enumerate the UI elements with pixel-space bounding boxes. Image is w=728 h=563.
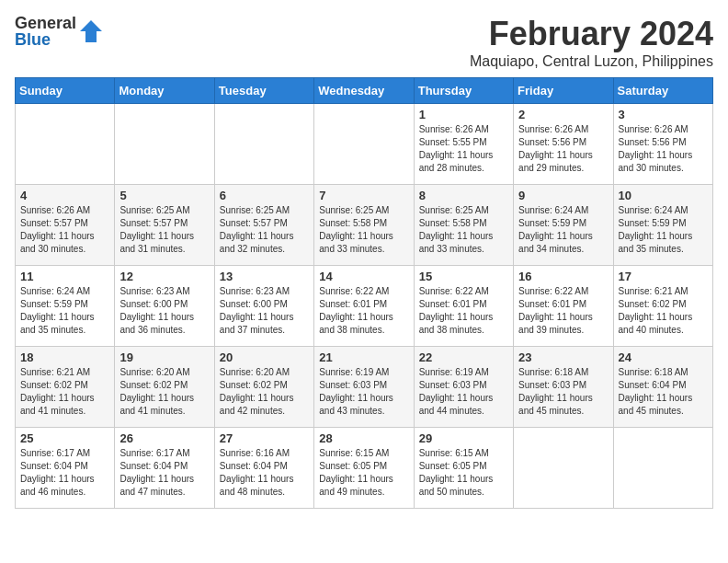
day-info: Sunrise: 6:24 AM Sunset: 5:59 PM Dayligh… [619, 204, 708, 256]
calendar-cell: 10Sunrise: 6:24 AM Sunset: 5:59 PM Dayli… [613, 185, 712, 266]
day-info: Sunrise: 6:18 AM Sunset: 6:03 PM Dayligh… [518, 366, 608, 418]
calendar-cell: 27Sunrise: 6:16 AM Sunset: 6:04 PM Dayli… [214, 428, 313, 509]
day-info: Sunrise: 6:17 AM Sunset: 6:04 PM Dayligh… [119, 447, 209, 499]
calendar-cell: 25Sunrise: 6:17 AM Sunset: 6:04 PM Dayli… [16, 428, 115, 509]
day-info: Sunrise: 6:25 AM Sunset: 5:57 PM Dayligh… [220, 204, 309, 256]
day-info: Sunrise: 6:24 AM Sunset: 5:59 PM Dayligh… [518, 204, 608, 256]
day-info: Sunrise: 6:20 AM Sunset: 6:02 PM Dayligh… [119, 366, 209, 418]
logo-blue: Blue [15, 31, 76, 48]
day-number: 6 [220, 189, 309, 202]
day-number: 7 [319, 189, 408, 202]
calendar-cell: 6Sunrise: 6:25 AM Sunset: 5:57 PM Daylig… [214, 185, 313, 266]
day-number: 8 [419, 189, 508, 202]
month-title: February 2024 [470, 15, 713, 53]
day-number: 15 [419, 270, 508, 283]
page-header: General Blue February 2024 Maquiapo, Cen… [15, 15, 713, 70]
day-info: Sunrise: 6:21 AM Sunset: 6:02 PM Dayligh… [619, 285, 708, 337]
calendar-week-2: 11Sunrise: 6:24 AM Sunset: 5:59 PM Dayli… [16, 266, 713, 347]
col-header-wednesday: Wednesday [314, 78, 414, 104]
calendar-cell: 22Sunrise: 6:19 AM Sunset: 6:03 PM Dayli… [414, 347, 513, 428]
day-number: 12 [119, 270, 209, 283]
calendar-cell [314, 104, 414, 185]
day-number: 23 [518, 350, 608, 364]
calendar-cell: 21Sunrise: 6:19 AM Sunset: 6:03 PM Dayli… [314, 347, 414, 428]
col-header-monday: Monday [115, 78, 214, 104]
calendar-cell: 16Sunrise: 6:22 AM Sunset: 6:01 PM Dayli… [514, 266, 613, 347]
col-header-sunday: Sunday [16, 78, 115, 104]
col-header-saturday: Saturday [613, 78, 712, 104]
day-number: 1 [419, 108, 508, 121]
calendar-week-0: 1Sunrise: 6:26 AM Sunset: 5:55 PM Daylig… [16, 104, 713, 185]
calendar-cell: 11Sunrise: 6:24 AM Sunset: 5:59 PM Dayli… [16, 266, 115, 347]
svg-marker-0 [80, 20, 102, 42]
calendar-header-row: SundayMondayTuesdayWednesdayThursdayFrid… [16, 78, 713, 104]
calendar-cell: 19Sunrise: 6:20 AM Sunset: 6:02 PM Dayli… [115, 347, 214, 428]
day-number: 2 [518, 108, 608, 121]
day-number: 26 [119, 431, 209, 445]
day-number: 9 [518, 189, 608, 202]
day-number: 28 [319, 431, 408, 445]
col-header-thursday: Thursday [414, 78, 513, 104]
day-number: 3 [619, 108, 708, 121]
day-number: 5 [119, 189, 209, 202]
day-info: Sunrise: 6:19 AM Sunset: 6:03 PM Dayligh… [319, 366, 408, 418]
calendar-week-3: 18Sunrise: 6:21 AM Sunset: 6:02 PM Dayli… [16, 347, 713, 428]
day-info: Sunrise: 6:15 AM Sunset: 6:05 PM Dayligh… [419, 447, 508, 499]
calendar-cell: 4Sunrise: 6:26 AM Sunset: 5:57 PM Daylig… [16, 185, 115, 266]
day-number: 17 [619, 270, 708, 283]
calendar-cell: 13Sunrise: 6:23 AM Sunset: 6:00 PM Dayli… [214, 266, 313, 347]
day-info: Sunrise: 6:23 AM Sunset: 6:00 PM Dayligh… [119, 285, 209, 337]
day-info: Sunrise: 6:21 AM Sunset: 6:02 PM Dayligh… [20, 366, 109, 418]
day-number: 10 [619, 189, 708, 202]
day-number: 20 [220, 350, 309, 364]
day-number: 25 [20, 431, 109, 445]
day-info: Sunrise: 6:25 AM Sunset: 5:58 PM Dayligh… [319, 204, 408, 256]
logo: General Blue [15, 15, 104, 48]
calendar-cell: 26Sunrise: 6:17 AM Sunset: 6:04 PM Dayli… [115, 428, 214, 509]
calendar-cell: 29Sunrise: 6:15 AM Sunset: 6:05 PM Dayli… [414, 428, 513, 509]
col-header-friday: Friday [514, 78, 613, 104]
calendar-cell: 24Sunrise: 6:18 AM Sunset: 6:04 PM Dayli… [613, 347, 712, 428]
calendar-cell: 8Sunrise: 6:25 AM Sunset: 5:58 PM Daylig… [414, 185, 513, 266]
calendar-cell: 28Sunrise: 6:15 AM Sunset: 6:05 PM Dayli… [314, 428, 414, 509]
day-number: 19 [119, 350, 209, 364]
calendar-week-1: 4Sunrise: 6:26 AM Sunset: 5:57 PM Daylig… [16, 185, 713, 266]
calendar-cell: 18Sunrise: 6:21 AM Sunset: 6:02 PM Dayli… [16, 347, 115, 428]
calendar-cell: 12Sunrise: 6:23 AM Sunset: 6:00 PM Dayli… [115, 266, 214, 347]
day-number: 14 [319, 270, 408, 283]
day-info: Sunrise: 6:26 AM Sunset: 5:57 PM Dayligh… [20, 204, 109, 256]
day-info: Sunrise: 6:17 AM Sunset: 6:04 PM Dayligh… [20, 447, 109, 499]
calendar-cell: 1Sunrise: 6:26 AM Sunset: 5:55 PM Daylig… [414, 104, 513, 185]
title-section: February 2024 Maquiapo, Central Luzon, P… [470, 15, 713, 70]
day-info: Sunrise: 6:26 AM Sunset: 5:55 PM Dayligh… [419, 123, 508, 175]
day-info: Sunrise: 6:25 AM Sunset: 5:57 PM Dayligh… [119, 204, 209, 256]
location-title: Maquiapo, Central Luzon, Philippines [470, 53, 713, 70]
day-number: 29 [419, 431, 508, 445]
day-number: 4 [20, 189, 109, 202]
day-number: 21 [319, 350, 408, 364]
calendar-cell [115, 104, 214, 185]
calendar-cell: 14Sunrise: 6:22 AM Sunset: 6:01 PM Dayli… [314, 266, 414, 347]
day-number: 18 [20, 350, 109, 364]
day-info: Sunrise: 6:19 AM Sunset: 6:03 PM Dayligh… [419, 366, 508, 418]
day-number: 16 [518, 270, 608, 283]
day-info: Sunrise: 6:26 AM Sunset: 5:56 PM Dayligh… [518, 123, 608, 175]
calendar-cell [514, 428, 613, 509]
day-info: Sunrise: 6:22 AM Sunset: 6:01 PM Dayligh… [319, 285, 408, 337]
day-info: Sunrise: 6:20 AM Sunset: 6:02 PM Dayligh… [220, 366, 309, 418]
calendar-cell: 2Sunrise: 6:26 AM Sunset: 5:56 PM Daylig… [514, 104, 613, 185]
day-number: 22 [419, 350, 508, 364]
day-info: Sunrise: 6:22 AM Sunset: 6:01 PM Dayligh… [518, 285, 608, 337]
calendar-cell [214, 104, 313, 185]
logo-text: General Blue [15, 15, 76, 48]
calendar-cell: 17Sunrise: 6:21 AM Sunset: 6:02 PM Dayli… [613, 266, 712, 347]
calendar-week-4: 25Sunrise: 6:17 AM Sunset: 6:04 PM Dayli… [16, 428, 713, 509]
day-info: Sunrise: 6:24 AM Sunset: 5:59 PM Dayligh… [20, 285, 109, 337]
calendar-cell: 15Sunrise: 6:22 AM Sunset: 6:01 PM Dayli… [414, 266, 513, 347]
day-number: 24 [619, 350, 708, 364]
calendar-cell: 9Sunrise: 6:24 AM Sunset: 5:59 PM Daylig… [514, 185, 613, 266]
day-info: Sunrise: 6:25 AM Sunset: 5:58 PM Dayligh… [419, 204, 508, 256]
calendar-cell: 20Sunrise: 6:20 AM Sunset: 6:02 PM Dayli… [214, 347, 313, 428]
day-info: Sunrise: 6:26 AM Sunset: 5:56 PM Dayligh… [619, 123, 708, 175]
calendar-cell: 5Sunrise: 6:25 AM Sunset: 5:57 PM Daylig… [115, 185, 214, 266]
